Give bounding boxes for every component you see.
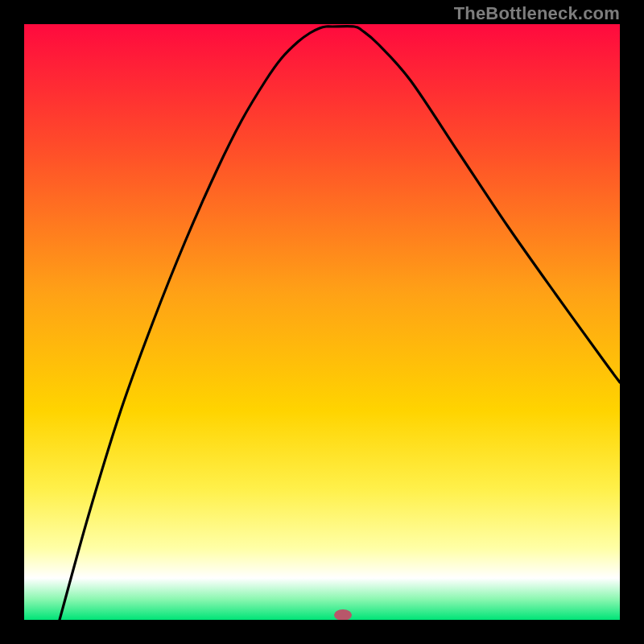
gradient-background [24, 24, 620, 620]
watermark-text: TheBottleneck.com [454, 3, 620, 24]
plot-area [24, 24, 620, 620]
chart-frame: TheBottleneck.com [0, 0, 644, 644]
chart-svg [24, 24, 620, 620]
